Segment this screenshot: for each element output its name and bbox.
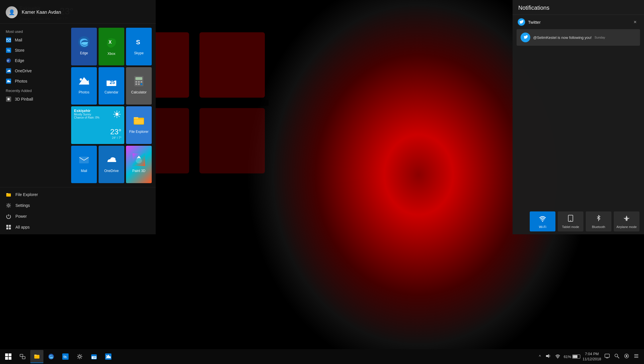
start-button[interactable] (2, 350, 15, 363)
svg-point-46 (136, 159, 142, 163)
tile-xbox[interactable]: X Xbox (99, 28, 124, 65)
tile-mail-label: Mail (81, 169, 87, 173)
qs-airplane-label: Airplane mode (617, 225, 637, 229)
svg-point-80 (615, 354, 618, 357)
taskview-button[interactable] (16, 350, 29, 363)
svg-point-25 (80, 78, 82, 81)
svg-text:25: 25 (93, 356, 96, 359)
time-area[interactable]: 7:04 PM 11/12/2018 (583, 351, 601, 362)
tb-calendar[interactable]: 25 (87, 350, 101, 363)
store-label: Store (15, 48, 24, 53)
svg-rect-50 (6, 225, 8, 227)
tile-mail[interactable]: Mail (71, 146, 97, 183)
edge-label: Edge (15, 58, 24, 63)
edge-icon: e (6, 58, 11, 63)
pinball-label: 3D Pinball (15, 97, 33, 101)
notifications-header: Notifications (513, 0, 644, 15)
more-options-icon[interactable] (633, 352, 640, 361)
twitter-app-icon (518, 18, 525, 26)
pinball-icon (6, 96, 11, 102)
wifi-tray-icon[interactable] (554, 352, 561, 361)
bottom-item-all-apps[interactable]: All apps (0, 222, 156, 233)
bottom-item-settings[interactable]: Settings (0, 200, 156, 211)
settings-icon (6, 203, 11, 208)
bottom-item-power[interactable]: Power (0, 211, 156, 222)
sidebar-item-onedrive[interactable]: OneDrive (0, 66, 67, 76)
tile-edge[interactable]: Edge (71, 28, 97, 65)
tile-weather-city: Eskişehir (74, 109, 99, 113)
cortana-icon[interactable] (623, 352, 630, 361)
date-display: 11/12/2018 (583, 357, 601, 362)
user-profile[interactable]: 👤 Kamer Kaan Avdan (0, 0, 156, 24)
tile-calculator[interactable]: Calculator (126, 67, 152, 105)
notification-panel: Notifications Twitter ✕ @SelimKestel is … (513, 0, 644, 234)
svg-point-15 (7, 80, 8, 81)
notif-card[interactable]: @SelimKestel is now following you! Sunda… (517, 29, 640, 46)
most-used-label: Most used (0, 27, 67, 35)
sidebar-item-photos[interactable]: Photos (0, 76, 67, 86)
svg-line-81 (617, 357, 619, 358)
tray-expand-button[interactable]: ^ (538, 353, 542, 360)
svg-rect-40 (134, 117, 138, 119)
svg-rect-53 (9, 227, 11, 229)
svg-point-69 (79, 355, 81, 358)
sidebar-item-mail[interactable]: Mail (0, 35, 67, 45)
sidebar-item-store[interactable]: 🛍 Store (0, 45, 67, 55)
tile-photos[interactable]: Photos (71, 67, 97, 105)
tb-settings[interactable] (73, 350, 86, 363)
tb-file-explorer[interactable] (30, 350, 43, 363)
svg-rect-62 (20, 354, 23, 357)
tile-fileexplorer[interactable]: File Explorer (126, 106, 152, 144)
tile-calendar-label: Calendar (105, 90, 119, 94)
qs-airplane[interactable]: Airplane mode (614, 211, 639, 231)
tile-skype-label: Skype (134, 51, 143, 55)
svg-point-75 (106, 355, 107, 357)
qs-tablet-mode[interactable]: Tablet mode (558, 211, 583, 231)
tile-xbox-label: Xbox (107, 52, 115, 56)
tile-weather-temp: 23° (110, 127, 121, 136)
svg-rect-52 (6, 227, 8, 229)
svg-rect-35 (141, 81, 142, 83)
qs-wifi-label: Wi-Fi (539, 225, 546, 229)
tb-edge[interactable] (45, 350, 58, 363)
tile-onedrive[interactable]: OneDrive (99, 146, 124, 183)
tile-weather-chance: Chance of Rain: 0% (74, 116, 99, 119)
photos-icon-small (6, 78, 11, 84)
tile-weather[interactable]: Eskişehir Mostly Sunny Chance of Rain: 0… (71, 106, 124, 144)
svg-point-54 (542, 221, 543, 222)
battery-pct: 61% (564, 355, 571, 359)
tb-photos[interactable] (102, 350, 115, 363)
qs-bluetooth-label: Bluetooth (592, 225, 605, 229)
svg-rect-78 (605, 354, 609, 357)
qs-wifi[interactable]: Wi-Fi (530, 211, 555, 231)
sidebar-item-edge[interactable]: e Edge (0, 55, 67, 66)
start-bottom: File Explorer Settings Power All apps (0, 187, 156, 234)
svg-point-17 (7, 98, 10, 100)
svg-rect-33 (135, 81, 137, 83)
tb-store[interactable]: 🛍 (59, 350, 72, 363)
username: Kamer Kaan Avdan (22, 10, 61, 15)
sidebar-item-3dpinball[interactable]: 3D Pinball (0, 94, 67, 104)
bottom-item-file-explorer[interactable]: File Explorer (0, 189, 156, 200)
svg-point-56 (570, 220, 571, 221)
notif-close-button[interactable]: ✕ (631, 18, 639, 26)
virtual-desktop-icon[interactable] (603, 352, 611, 361)
tablet-mode-icon (567, 214, 575, 224)
start-content: Most used Mail 🛍 Store e Edge (0, 24, 156, 187)
svg-rect-60 (5, 357, 8, 360)
svg-text:25: 25 (110, 80, 115, 85)
svg-point-83 (626, 355, 627, 357)
tile-paint3d[interactable]: Paint 3D (126, 146, 152, 183)
qs-bluetooth[interactable]: Bluetooth (586, 211, 611, 231)
svg-rect-61 (9, 357, 11, 360)
all-apps-icon (6, 224, 11, 230)
volume-icon[interactable] (544, 352, 552, 361)
notif-time: Sunday (595, 36, 605, 39)
search-tray-icon[interactable] (613, 352, 621, 361)
svg-marker-76 (546, 354, 549, 358)
tile-calendar[interactable]: 25 Calendar (99, 67, 124, 105)
tile-skype[interactable]: S Skype (126, 28, 152, 65)
notif-app-name: Twitter (528, 20, 629, 25)
tile-weather-range: 24° / 7° (110, 136, 121, 139)
taskbar-right: ^ 61% 7:04 PM 11/12/2018 (538, 351, 642, 362)
